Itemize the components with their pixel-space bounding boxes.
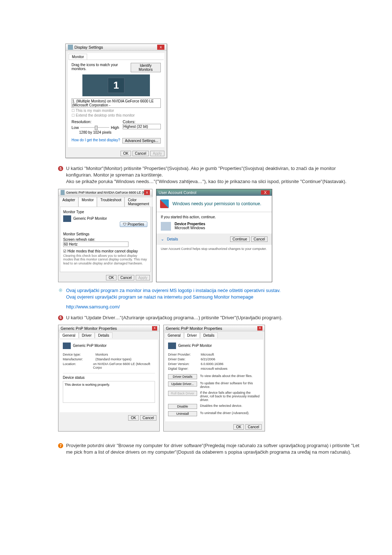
colors-label: Colors: xyxy=(123,119,161,124)
cancel-button[interactable]: Cancel xyxy=(245,424,262,430)
bullet-6-icon: 6 xyxy=(58,315,63,320)
hide-modes-checkbox[interactable]: ☑ Hide modes that this monitor cannot di… xyxy=(63,249,147,253)
tab-monitor[interactable]: Monitor xyxy=(78,197,97,207)
prop-titlebar: Generic PnP Monitor and NVIDIA GeForce 6… xyxy=(58,189,152,196)
tab-adapter[interactable]: Adapter xyxy=(59,197,78,207)
disable-button[interactable]: Disable xyxy=(168,404,197,409)
tab-driver[interactable]: Driver xyxy=(79,332,95,338)
tab-monitor[interactable]: Monitor xyxy=(69,54,87,60)
apply-button[interactable]: Apply xyxy=(150,151,164,156)
driver-general-dialog: Generic PnP Monitor Properties X General… xyxy=(58,325,160,432)
driver-titlebar: Generic PnP Monitor Properties X xyxy=(164,325,265,332)
uac-dialog: User Account Control X Windows needs you… xyxy=(156,189,272,282)
rollback-driver-button[interactable]: Roll Back Driver xyxy=(168,391,197,396)
monitor-1-box[interactable]: 1 xyxy=(108,78,124,93)
uac-started-text: If you started this action, continue. xyxy=(161,215,268,219)
display-settings-dialog: Display Settings X Monitor Drag the icon… xyxy=(65,44,167,158)
monitor-icon xyxy=(63,343,71,349)
step-7: 7 Provjerite potvrdni okvir "Browse my c… xyxy=(58,442,363,455)
dialog-title: Display Settings xyxy=(74,45,103,49)
cancel-button[interactable]: Cancel xyxy=(132,151,149,156)
app-icon xyxy=(161,222,171,231)
main-monitor-checkbox[interactable]: ☐ This is my main monitor xyxy=(72,109,161,113)
colors-select[interactable]: Highest (32 bit) xyxy=(123,124,161,129)
resolution-value: 1280 by 1024 pixels xyxy=(72,130,119,134)
step-7-text: Provjerite potvrdni okvir "Browse my com… xyxy=(66,442,363,455)
monitor-preview[interactable]: 1 xyxy=(82,74,150,96)
step-5-text: U kartici "Monitor"(Monitor) pritisnite … xyxy=(66,165,363,185)
uac-titlebar: User Account Control X xyxy=(156,189,272,196)
advanced-settings-button[interactable]: Advanced Settings... xyxy=(122,138,161,143)
tab-driver[interactable]: Driver xyxy=(184,332,200,338)
device-status-label: Device status xyxy=(63,376,155,380)
chevron-down-icon[interactable]: ⌄ xyxy=(161,237,164,242)
step-6-text: U kartici "Update Driver…"(Ažuriranje up… xyxy=(66,315,363,321)
cancel-button[interactable]: Cancel xyxy=(118,275,134,280)
ok-button[interactable]: OK xyxy=(128,415,138,421)
properties-button[interactable]: 🛡 Properties xyxy=(120,222,147,227)
uac-app-publisher: Microsoft Windows xyxy=(175,226,205,230)
monitor-icon xyxy=(168,343,176,349)
ok-button[interactable]: OK xyxy=(233,424,244,430)
close-icon[interactable]: X xyxy=(257,326,262,331)
monitor-icon xyxy=(68,45,73,50)
update-driver-button[interactable]: Update Driver... xyxy=(168,381,197,386)
bullet-5-icon: 5 xyxy=(58,166,63,171)
ok-button[interactable]: OK xyxy=(106,275,116,280)
continue-button[interactable]: Continue xyxy=(230,236,250,242)
tab-details[interactable]: Details xyxy=(200,332,218,338)
monitor-icon xyxy=(63,215,71,222)
cancel-button[interactable]: Cancel xyxy=(140,415,156,421)
uac-app-name: Device Properties xyxy=(175,222,205,226)
close-icon[interactable]: X xyxy=(157,45,164,50)
monitor-select[interactable]: 1. (Multiple Monitors) on NVIDIA GeForce… xyxy=(72,98,161,108)
driver-tab-dialog: Generic PnP Monitor Properties X General… xyxy=(163,325,265,432)
cancel-button[interactable]: Cancel xyxy=(251,236,268,242)
monitor-type-label: Monitor Type xyxy=(63,210,147,214)
tab-general[interactable]: General xyxy=(164,332,184,338)
driver-titlebar: Generic PnP Monitor Properties X xyxy=(58,325,159,332)
samsung-link[interactable]: http://www.samsung.com/ xyxy=(66,304,363,309)
close-icon[interactable]: X xyxy=(144,190,150,195)
refresh-rate-select[interactable]: 60 Hertz xyxy=(63,242,128,247)
uninstall-button[interactable]: Uninstall xyxy=(168,411,197,416)
driver-details-button[interactable]: Driver Details xyxy=(168,374,197,379)
details-link[interactable]: Details xyxy=(167,237,178,241)
extend-desktop-checkbox[interactable]: ☐ Extend the desktop onto this monitor xyxy=(72,113,161,117)
device-status-box: This device is working properly. xyxy=(63,381,155,403)
monitor-icon xyxy=(61,190,65,195)
tab-troubleshoot[interactable]: Troubleshoot xyxy=(97,197,124,207)
tab-color-management[interactable]: Color Management xyxy=(124,197,152,207)
refresh-rate-label: Screen refresh rate: xyxy=(63,238,147,242)
close-icon[interactable]: X xyxy=(261,190,270,195)
hide-modes-text: Clearing this check box allows you to se… xyxy=(63,254,147,266)
close-icon[interactable]: X xyxy=(152,326,157,331)
note-text: Ovaj upravljački program za monitor ima … xyxy=(66,287,363,300)
resolution-slider[interactable]: Low High xyxy=(72,125,119,130)
resolution-label: Resolution: xyxy=(72,119,119,124)
slider-thumb[interactable] xyxy=(95,126,98,130)
step-5: 5 U kartici "Monitor"(Monitor) pritisnit… xyxy=(58,165,363,185)
tab-details[interactable]: Details xyxy=(95,332,113,338)
tab-row: Monitor xyxy=(69,54,164,60)
apply-button[interactable]: Apply xyxy=(136,275,150,280)
uac-message: Windows needs your permission to contion… xyxy=(172,201,261,206)
ok-button[interactable]: OK xyxy=(121,151,131,156)
shield-icon xyxy=(160,199,169,208)
step-6: 6 U kartici "Update Driver…"(Ažuriranje … xyxy=(58,315,363,321)
tab-general[interactable]: General xyxy=(59,332,79,338)
help-link[interactable]: How do I get the best display? xyxy=(72,138,120,143)
bullet-7-icon: 7 xyxy=(58,443,63,448)
identify-monitors-button[interactable]: Identify Monitors xyxy=(131,63,161,72)
note: ※ Ovaj upravljački program za monitor im… xyxy=(58,287,363,300)
asterisk-icon: ※ xyxy=(58,287,63,293)
monitor-settings-label: Monitor Settings xyxy=(63,232,147,236)
dialog-titlebar: Display Settings X xyxy=(66,44,167,51)
uac-footer-text: User Account Control helps stop unauthor… xyxy=(156,245,272,254)
monitor-properties-dialog: Generic PnP Monitor and NVIDIA GeForce 6… xyxy=(58,189,152,282)
drag-label: Drag the icons to match your monitors. xyxy=(72,63,131,72)
